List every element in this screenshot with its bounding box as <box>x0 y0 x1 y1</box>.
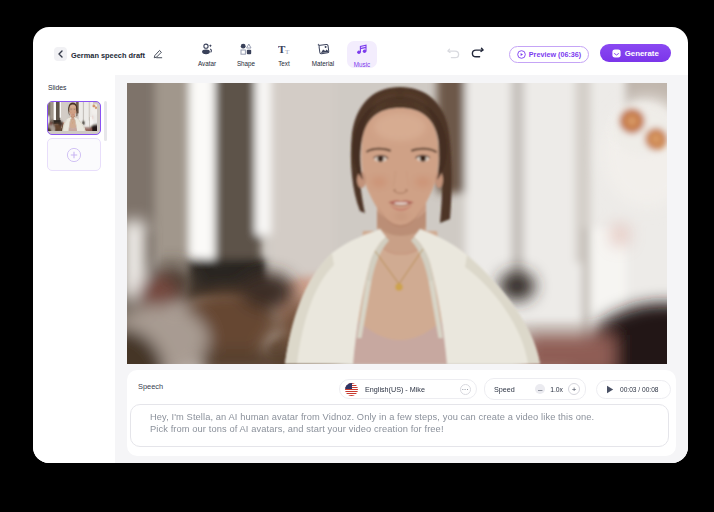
svg-text:T: T <box>285 48 290 55</box>
